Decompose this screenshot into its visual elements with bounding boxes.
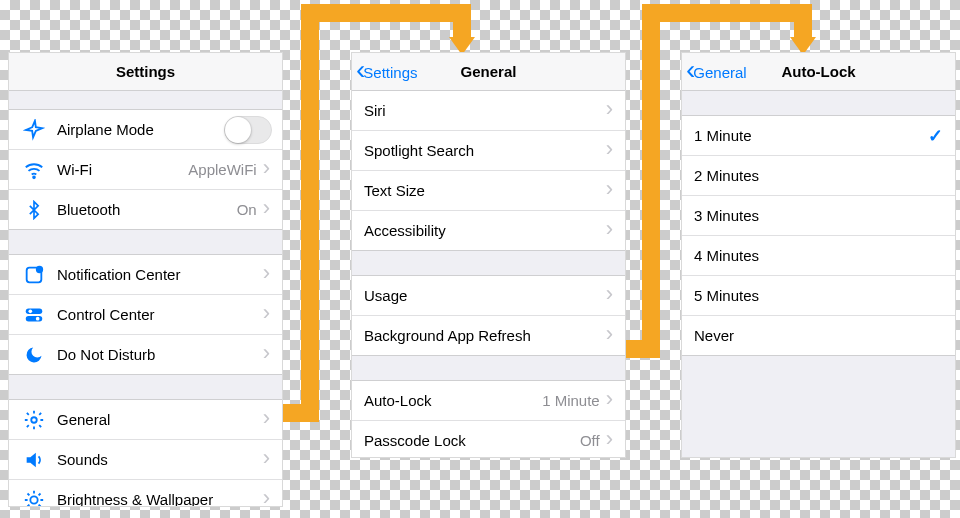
- svg-point-8: [30, 496, 37, 503]
- row-label: Passcode Lock: [364, 432, 580, 449]
- moon-icon: [21, 342, 47, 368]
- option-2-minutes[interactable]: 2 Minutes: [682, 156, 955, 196]
- option-label: 5 Minutes: [694, 287, 943, 304]
- row-label: Airplane Mode: [57, 121, 224, 138]
- row-wifi[interactable]: Wi-Fi AppleWiFi ›: [9, 150, 282, 190]
- back-button[interactable]: ‹ Settings: [356, 53, 418, 91]
- control-center-icon: [21, 302, 47, 328]
- option-label: 4 Minutes: [694, 247, 943, 264]
- row-usage[interactable]: Usage ›: [352, 276, 625, 316]
- row-do-not-disturb[interactable]: Do Not Disturb ›: [9, 335, 282, 375]
- svg-point-0: [33, 176, 35, 178]
- back-button[interactable]: ‹ General: [686, 53, 747, 91]
- general-panel: ‹ Settings General Siri › Spotlight Sear…: [351, 52, 626, 458]
- row-airplane-mode[interactable]: Airplane Mode: [9, 110, 282, 150]
- row-auto-lock[interactable]: Auto-Lock 1 Minute ›: [352, 381, 625, 421]
- row-value: AppleWiFi: [188, 161, 256, 178]
- row-sounds[interactable]: Sounds ›: [9, 440, 282, 480]
- back-label: General: [693, 64, 746, 81]
- settings-header: Settings: [9, 53, 282, 91]
- flow-arrow-1: [301, 4, 319, 422]
- row-label: Spotlight Search: [364, 142, 606, 159]
- bluetooth-icon: [21, 197, 47, 223]
- row-text-size[interactable]: Text Size ›: [352, 171, 625, 211]
- option-1-minute[interactable]: 1 Minute ✓: [682, 116, 955, 156]
- airplane-icon: [21, 117, 47, 143]
- flow-arrow-2: [642, 4, 660, 358]
- notification-icon: [21, 262, 47, 288]
- row-label: Brightness & Wallpaper: [57, 491, 263, 507]
- speaker-icon: [21, 447, 47, 473]
- option-3-minutes[interactable]: 3 Minutes: [682, 196, 955, 236]
- row-background-app-refresh[interactable]: Background App Refresh ›: [352, 316, 625, 356]
- row-general[interactable]: General ›: [9, 400, 282, 440]
- row-label: Control Center: [57, 306, 263, 323]
- row-control-center[interactable]: Control Center ›: [9, 295, 282, 335]
- autolock-title: Auto-Lock: [781, 63, 855, 80]
- general-header: ‹ Settings General: [352, 53, 625, 91]
- option-5-minutes[interactable]: 5 Minutes: [682, 276, 955, 316]
- airplane-toggle[interactable]: [224, 116, 272, 144]
- general-title: General: [461, 63, 517, 80]
- wifi-icon: [21, 157, 47, 183]
- row-value: On: [237, 201, 257, 218]
- back-label: Settings: [363, 64, 417, 81]
- autolock-panel: ‹ General Auto-Lock 1 Minute ✓ 2 Minutes…: [681, 52, 956, 458]
- svg-point-5: [29, 309, 33, 313]
- option-label: 2 Minutes: [694, 167, 943, 184]
- option-label: 1 Minute: [694, 127, 928, 144]
- row-label: Accessibility: [364, 222, 606, 239]
- row-spotlight-search[interactable]: Spotlight Search ›: [352, 131, 625, 171]
- row-label: Background App Refresh: [364, 327, 606, 344]
- checkmark-icon: ✓: [928, 125, 943, 147]
- svg-rect-3: [26, 308, 43, 314]
- settings-group-connectivity: Airplane Mode Wi-Fi AppleWiFi › Bluetoot…: [9, 109, 282, 230]
- settings-group-notifications: Notification Center › Control Center › D…: [9, 254, 282, 375]
- svg-point-7: [31, 417, 37, 423]
- settings-title: Settings: [116, 63, 175, 80]
- svg-point-2: [37, 266, 43, 272]
- autolock-options: 1 Minute ✓ 2 Minutes 3 Minutes 4 Minutes…: [682, 115, 955, 356]
- row-label: Usage: [364, 287, 606, 304]
- flow-arrow-1: [453, 4, 471, 37]
- flow-arrow-1: [301, 4, 471, 22]
- row-accessibility[interactable]: Accessibility ›: [352, 211, 625, 251]
- row-siri[interactable]: Siri ›: [352, 91, 625, 131]
- row-notification-center[interactable]: Notification Center ›: [9, 255, 282, 295]
- brightness-icon: [21, 487, 47, 508]
- row-passcode-lock[interactable]: Passcode Lock Off ›: [352, 421, 625, 458]
- row-bluetooth[interactable]: Bluetooth On ›: [9, 190, 282, 230]
- settings-panel: Settings Airplane Mode Wi-Fi AppleWiFi ›…: [8, 52, 283, 507]
- row-label: Wi-Fi: [57, 161, 188, 178]
- row-label: Bluetooth: [57, 201, 237, 218]
- general-group-1: Siri › Spotlight Search › Text Size › Ac…: [352, 91, 625, 251]
- general-group-2: Usage › Background App Refresh ›: [352, 275, 625, 356]
- row-label: Do Not Disturb: [57, 346, 263, 363]
- row-label: General: [57, 411, 263, 428]
- gear-icon: [21, 407, 47, 433]
- row-value: 1 Minute: [542, 392, 600, 409]
- option-never[interactable]: Never: [682, 316, 955, 356]
- svg-point-6: [36, 316, 40, 320]
- svg-rect-4: [26, 315, 43, 321]
- row-label: Auto-Lock: [364, 392, 542, 409]
- option-4-minutes[interactable]: 4 Minutes: [682, 236, 955, 276]
- autolock-header: ‹ General Auto-Lock: [682, 53, 955, 91]
- option-label: Never: [694, 327, 943, 344]
- row-brightness[interactable]: Brightness & Wallpaper ›: [9, 480, 282, 507]
- row-value: Off: [580, 432, 600, 449]
- general-group-3: Auto-Lock 1 Minute › Passcode Lock Off ›…: [352, 380, 625, 458]
- settings-group-system: General › Sounds › Brightness & Wallpape…: [9, 399, 282, 507]
- flow-arrow-2: [794, 4, 812, 37]
- option-label: 3 Minutes: [694, 207, 943, 224]
- row-label: Notification Center: [57, 266, 263, 283]
- row-label: Siri: [364, 102, 606, 119]
- row-label: Text Size: [364, 182, 606, 199]
- flow-arrow-2: [642, 4, 812, 22]
- row-label: Sounds: [57, 451, 263, 468]
